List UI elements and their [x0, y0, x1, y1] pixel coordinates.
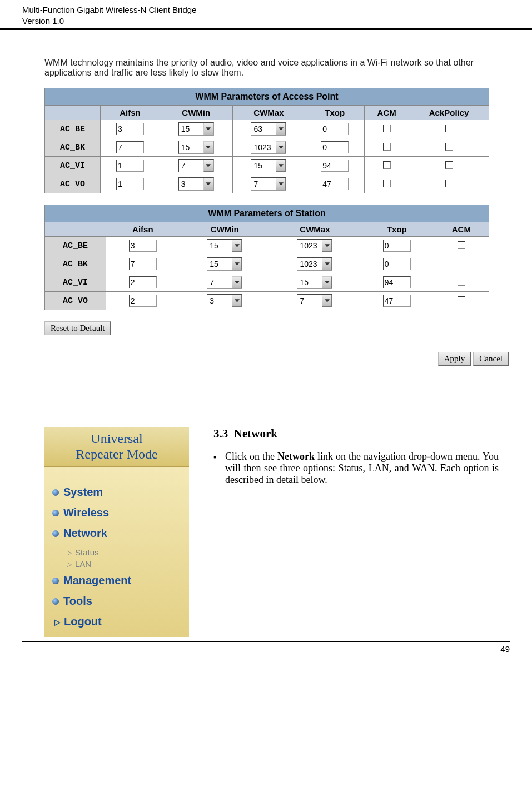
- nav-tools[interactable]: Tools: [52, 595, 183, 608]
- chevron-down-icon: [322, 240, 332, 252]
- reset-button[interactable]: Reset to Default: [44, 321, 111, 335]
- triangle-icon: ▷: [54, 618, 61, 626]
- cwmax-select[interactable]: 15: [297, 276, 332, 289]
- wmm-station-table: WMM Parameters of Station Aifsn CWMin CW…: [44, 205, 489, 310]
- txop-input[interactable]: [321, 141, 349, 153]
- cwmax-select[interactable]: 1023: [297, 257, 332, 271]
- cwmin-select[interactable]: 7: [178, 159, 214, 172]
- nav-network[interactable]: Network: [52, 527, 183, 540]
- page-number: 49: [500, 644, 510, 654]
- aifsn-input[interactable]: [129, 295, 157, 307]
- chevron-down-icon: [203, 178, 213, 190]
- acm-checkbox[interactable]: [383, 161, 391, 169]
- aifsn-input[interactable]: [129, 240, 157, 252]
- acm-checkbox[interactable]: [383, 125, 391, 132]
- nav-sidebar: Universal Repeater Mode System Wireless …: [44, 427, 189, 637]
- main-content: WMM technology maintains the priority of…: [0, 58, 532, 637]
- acm-checkbox[interactable]: [383, 180, 391, 187]
- section-network: 3.3 Network ▪ Click on the Network link …: [189, 427, 510, 486]
- chevron-down-icon: [203, 141, 213, 153]
- chevron-down-icon: [276, 178, 286, 190]
- chevron-down-icon: [276, 141, 286, 153]
- page-footer: 49: [22, 641, 510, 654]
- chevron-down-icon: [232, 258, 242, 270]
- chevron-down-icon: [276, 123, 286, 135]
- cwmin-select[interactable]: 7: [207, 276, 242, 289]
- aifsn-input[interactable]: [116, 141, 144, 153]
- acm-checkbox[interactable]: [458, 278, 465, 286]
- cwmax-select[interactable]: 7: [251, 177, 286, 191]
- nav-network-status[interactable]: ▷Status: [67, 548, 183, 557]
- svg-marker-8: [235, 244, 240, 247]
- cwmax-select[interactable]: 1023: [297, 239, 332, 252]
- bullet-icon: [52, 510, 59, 516]
- ackpolicy-checkbox[interactable]: [445, 143, 453, 151]
- nav-management[interactable]: Management: [52, 574, 183, 587]
- txop-input[interactable]: [383, 295, 411, 307]
- chevron-down-icon: [276, 160, 286, 172]
- aifsn-input[interactable]: [116, 178, 144, 190]
- svg-marker-13: [325, 281, 330, 283]
- section-heading: 3.3 Network: [213, 427, 499, 441]
- svg-marker-6: [206, 182, 211, 185]
- txop-input[interactable]: [321, 123, 349, 135]
- cwmin-select[interactable]: 15: [207, 257, 242, 271]
- svg-marker-12: [235, 281, 240, 283]
- cwmax-select[interactable]: 1023: [251, 141, 286, 154]
- txop-input[interactable]: [383, 240, 411, 252]
- section-paragraph: ▪ Click on the Network link on the navig…: [213, 451, 499, 486]
- cwmin-select[interactable]: 15: [178, 122, 214, 136]
- ackpolicy-checkbox[interactable]: [445, 161, 453, 169]
- intro-text: WMM technology maintains the priority of…: [44, 58, 510, 78]
- ackpolicy-checkbox[interactable]: [445, 125, 453, 132]
- aifsn-input[interactable]: [116, 160, 144, 172]
- txop-input[interactable]: [321, 178, 349, 190]
- svg-marker-7: [279, 182, 284, 185]
- acm-checkbox[interactable]: [458, 260, 465, 267]
- wmm-ap-table: WMM Parameters of Access Point Aifsn CWM…: [44, 88, 489, 193]
- txop-input[interactable]: [383, 276, 411, 288]
- chevron-down-icon: [322, 276, 332, 288]
- wmm-station-title: WMM Parameters of Station: [45, 205, 489, 222]
- txop-input[interactable]: [321, 160, 349, 172]
- txop-input[interactable]: [383, 258, 411, 270]
- nav-network-lan[interactable]: ▷LAN: [67, 559, 183, 569]
- cwmin-select[interactable]: 15: [178, 141, 214, 154]
- nav-wireless[interactable]: Wireless: [52, 506, 183, 519]
- aifsn-input[interactable]: [116, 123, 144, 135]
- chevron-down-icon: [232, 295, 242, 307]
- nav-title: Universal Repeater Mode: [44, 427, 189, 467]
- triangle-icon: ▷: [67, 560, 72, 568]
- svg-marker-14: [235, 299, 240, 302]
- cancel-button[interactable]: Cancel: [473, 352, 509, 366]
- bullet-icon: [52, 598, 59, 605]
- cwmin-select[interactable]: 15: [207, 239, 242, 252]
- apply-button[interactable]: Apply: [438, 352, 471, 366]
- cwmax-select[interactable]: 15: [251, 159, 286, 172]
- svg-marker-15: [325, 299, 330, 302]
- aifsn-input[interactable]: [129, 258, 157, 270]
- nav-logout[interactable]: ▷Logout: [54, 615, 183, 628]
- svg-marker-9: [325, 244, 330, 247]
- bullet-icon: [52, 578, 59, 584]
- acm-checkbox[interactable]: [458, 241, 465, 249]
- cwmin-select[interactable]: 3: [207, 294, 242, 307]
- cwmax-select[interactable]: 7: [297, 294, 332, 307]
- page-header: Multi-Function Gigabit Wireless-N Client…: [0, 0, 532, 30]
- bullet-icon: [52, 530, 59, 537]
- ackpolicy-checkbox[interactable]: [445, 180, 453, 187]
- svg-marker-0: [206, 127, 211, 130]
- nav-system[interactable]: System: [52, 486, 183, 499]
- wmm-ap-title: WMM Parameters of Access Point: [45, 88, 489, 106]
- svg-marker-1: [279, 127, 284, 130]
- chevron-down-icon: [322, 258, 332, 270]
- cwmax-select[interactable]: 63: [251, 122, 286, 136]
- chevron-down-icon: [232, 276, 242, 288]
- acm-checkbox[interactable]: [458, 296, 465, 304]
- acm-checkbox[interactable]: [383, 143, 391, 151]
- bullet-icon: [52, 489, 59, 496]
- chevron-down-icon: [322, 295, 332, 307]
- cwmin-select[interactable]: 3: [178, 177, 214, 191]
- aifsn-input[interactable]: [129, 276, 157, 288]
- chevron-down-icon: [203, 123, 213, 135]
